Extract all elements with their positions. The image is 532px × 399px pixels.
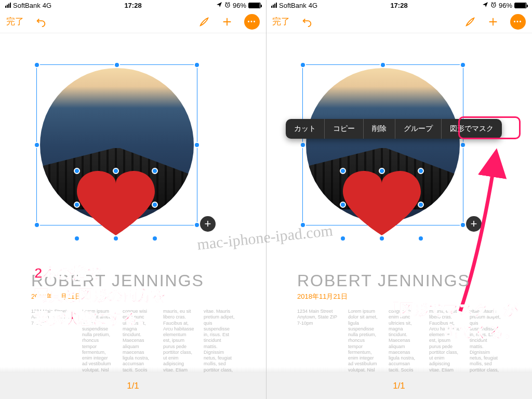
screenshot-right: SoftBank 4G 17:28 96% 完了 (266, 0, 532, 399)
page-footer: 1/1 (266, 373, 532, 399)
add-icon[interactable] (221, 16, 233, 28)
signal-icon (271, 3, 277, 8)
brush-icon[interactable] (464, 16, 476, 28)
battery-icon (514, 3, 527, 8)
network-label: 4G (309, 2, 317, 9)
screenshot-divider (266, 0, 267, 399)
battery-icon (248, 3, 261, 8)
alarm-icon (490, 2, 497, 9)
signal-icon (5, 3, 11, 8)
screenshot-left: SoftBank 4G 17:28 96% 完了 (0, 0, 266, 399)
location-icon (216, 2, 222, 9)
toolbar: 完了 ••• (0, 10, 266, 33)
battery-pct: 96% (233, 2, 246, 9)
page-footer: 1/1 (0, 373, 266, 399)
heart-shape[interactable] (343, 171, 421, 238)
menu-delete[interactable]: 削除 (364, 119, 395, 139)
annotation-highlight (458, 116, 521, 139)
status-bar: SoftBank 4G 17:28 96% (0, 0, 266, 10)
page-indicator: 1/1 (393, 381, 405, 391)
undo-icon[interactable] (35, 16, 47, 28)
carrier-label: SoftBank (13, 2, 41, 9)
alarm-icon (224, 2, 231, 9)
add-icon[interactable] (487, 16, 499, 28)
menu-group[interactable]: グループ (395, 119, 442, 139)
done-button[interactable]: 完了 (6, 16, 24, 28)
document-canvas[interactable]: + ROBERT JENNINGS 2018年11月21日 1234 Main … (0, 33, 266, 371)
heart-selection[interactable] (343, 171, 421, 238)
status-bar: SoftBank 4G 17:28 96% (266, 0, 532, 10)
more-icon[interactable]: ••• (244, 14, 260, 30)
undo-icon[interactable] (301, 16, 313, 28)
annotation-right: 「図形でマスク」が 出てくる。 (321, 298, 518, 343)
document-canvas[interactable]: + カット コピー 削除 グループ 図形でマスク ROBERT JENNINGS… (266, 33, 532, 371)
add-element-icon[interactable]: + (199, 215, 217, 233)
annotation-left: 2本の指で 写真と図形の両方を 選択状態にする。 (34, 262, 167, 329)
menu-copy[interactable]: コピー (325, 119, 364, 139)
toolbar: 完了 ••• (266, 10, 532, 33)
more-icon[interactable]: ••• (510, 14, 526, 30)
document-title: ROBERT JENNINGS (297, 271, 470, 290)
menu-cut[interactable]: カット (286, 119, 325, 139)
carrier-label: SoftBank (279, 2, 307, 9)
brush-icon[interactable] (198, 16, 210, 28)
done-button[interactable]: 完了 (272, 16, 290, 28)
heart-shape[interactable] (77, 171, 155, 238)
clock: 17:28 (124, 2, 141, 9)
page-indicator: 1/1 (127, 381, 139, 391)
heart-selection[interactable] (77, 171, 155, 238)
battery-pct: 96% (499, 2, 512, 9)
network-label: 4G (43, 2, 51, 9)
add-element-icon[interactable]: + (465, 215, 483, 233)
clock: 17:28 (390, 2, 407, 9)
location-icon (482, 2, 488, 9)
